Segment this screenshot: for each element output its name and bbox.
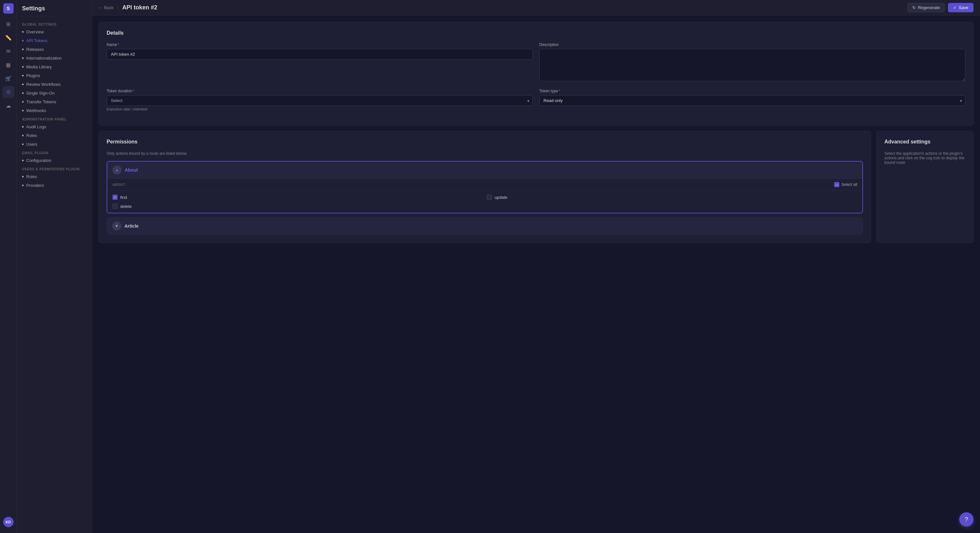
nav-content[interactable]: ✏️ bbox=[3, 32, 14, 43]
sidebar-dot bbox=[22, 31, 24, 33]
name-label: Name* bbox=[107, 43, 533, 47]
nav-email[interactable]: ✉ bbox=[3, 45, 14, 57]
sidebar-item-providers[interactable]: Providers bbox=[17, 181, 92, 190]
nav-cart[interactable]: 🛒 bbox=[3, 73, 14, 84]
form-row-token-fields: Token duration* Select 7 days 30 days 90… bbox=[107, 89, 966, 111]
advanced-title: Advanced settings bbox=[885, 139, 966, 145]
sidebar-item-audit-logs[interactable]: Audit Logs bbox=[17, 122, 92, 131]
description-label: Description bbox=[539, 43, 966, 47]
sidebar-item-users[interactable]: Users bbox=[17, 140, 92, 149]
back-label: Back bbox=[104, 5, 113, 10]
about-permissions-group: ▲ About About — Select all ✓ find bbox=[107, 161, 863, 213]
action-find: ✓ find bbox=[113, 195, 483, 200]
sidebar-section-admin: Administration Panel bbox=[17, 115, 92, 122]
icon-bar: S ⊞ ✏️ ✉ ▦ 🛒 ⚙ ☁ KD bbox=[0, 0, 17, 533]
sidebar-item-plugins[interactable]: Plugins bbox=[17, 71, 92, 80]
sidebar-item-media-library[interactable]: Media Library bbox=[17, 62, 92, 71]
sidebar-section-email: Email Plugin bbox=[17, 149, 92, 156]
permissions-subtitle: Only actions bound by a route are listed… bbox=[107, 151, 863, 156]
nav-dashboard[interactable]: ⊞ bbox=[3, 18, 14, 30]
permissions-layout: Permissions Only actions bound by a rout… bbox=[99, 131, 974, 243]
back-button[interactable]: ← Back bbox=[99, 5, 113, 10]
about-group-header[interactable]: ▲ About bbox=[107, 162, 862, 178]
sidebar-dot bbox=[22, 75, 24, 76]
token-type-wrapper: Read-only Full access Custom ▾ bbox=[539, 95, 966, 106]
permissions-card: Permissions Only actions bound by a rout… bbox=[99, 131, 871, 243]
token-type-select[interactable]: Read-only Full access Custom bbox=[539, 95, 966, 106]
regenerate-icon: ↻ bbox=[912, 5, 916, 10]
sidebar-item-overview[interactable]: Overview bbox=[17, 27, 92, 36]
sidebar-item-sso[interactable]: Single Sign-On bbox=[17, 89, 92, 97]
sidebar-dot bbox=[22, 101, 24, 103]
main-area: ← Back | API token #2 ↻ Regenerate ✓ Sav… bbox=[92, 0, 980, 533]
delete-checkbox[interactable] bbox=[113, 204, 118, 209]
page-header: ← Back | API token #2 ↻ Regenerate ✓ Sav… bbox=[92, 0, 980, 16]
sidebar-dot bbox=[22, 143, 24, 145]
advanced-description: Select the application's actions or the … bbox=[885, 151, 966, 165]
back-arrow-icon: ← bbox=[99, 5, 103, 10]
sidebar-item-releases[interactable]: Releases bbox=[17, 45, 92, 54]
about-subheader: About — Select all bbox=[107, 178, 862, 190]
regenerate-button[interactable]: ↻ Regenerate bbox=[907, 3, 945, 12]
sidebar-dot bbox=[22, 40, 24, 41]
about-expand-icon[interactable]: ▲ bbox=[113, 165, 121, 174]
article-group-header[interactable]: ▼ Article bbox=[107, 217, 863, 235]
nav-media[interactable]: ▦ bbox=[3, 59, 14, 71]
sidebar-dot bbox=[22, 126, 24, 128]
update-checkbox[interactable] bbox=[487, 195, 492, 200]
page-title: API token #2 bbox=[122, 4, 157, 11]
nav-cloud[interactable]: ☁ bbox=[3, 100, 14, 111]
sidebar-item-transfer-tokens[interactable]: Transfer Tokens bbox=[17, 97, 92, 106]
select-all-button[interactable]: — Select all bbox=[834, 182, 857, 187]
token-duration-select[interactable]: Select 7 days 30 days 90 days Unlimited bbox=[107, 95, 533, 106]
main-content: Details Name* Description Token duration… bbox=[92, 16, 980, 533]
update-label: update bbox=[495, 195, 508, 200]
article-expand-icon[interactable]: ▼ bbox=[112, 222, 121, 230]
sidebar-item-configuration[interactable]: Configuration bbox=[17, 156, 92, 165]
nav-settings[interactable]: ⚙ bbox=[3, 86, 14, 98]
sidebar-title: Settings bbox=[17, 5, 92, 16]
help-fab[interactable]: ? bbox=[959, 512, 974, 527]
action-delete: delete bbox=[113, 204, 483, 209]
sidebar-item-roles[interactable]: Roles bbox=[17, 131, 92, 140]
token-duration-label: Token duration* bbox=[107, 89, 533, 93]
app-logo[interactable]: S bbox=[3, 3, 14, 14]
about-section-label: About bbox=[113, 183, 126, 187]
sidebar-item-review-workflows[interactable]: Review Workflows bbox=[17, 80, 92, 89]
user-avatar[interactable]: KD bbox=[3, 517, 14, 527]
form-row-name-desc: Name* Description bbox=[107, 43, 966, 82]
permissions-title: Permissions bbox=[107, 139, 863, 145]
save-icon: ✓ bbox=[953, 5, 957, 10]
header-left: ← Back | API token #2 bbox=[99, 4, 157, 11]
sidebar-dot bbox=[22, 135, 24, 136]
sidebar-item-api-tokens[interactable]: API Tokens bbox=[17, 36, 92, 45]
select-all-checkbox[interactable]: — bbox=[834, 182, 839, 187]
about-actions: ✓ find update delete bbox=[107, 190, 862, 213]
sidebar-dot bbox=[22, 92, 24, 94]
find-checkbox[interactable]: ✓ bbox=[113, 195, 118, 200]
description-field-group: Description bbox=[539, 43, 966, 82]
sidebar-dot bbox=[22, 160, 24, 161]
action-update: update bbox=[487, 195, 857, 200]
sidebar-dot bbox=[22, 185, 24, 186]
token-type-label: Token type* bbox=[539, 89, 966, 93]
sidebar-item-internationalization[interactable]: Internationalization bbox=[17, 54, 92, 62]
article-group-name: Article bbox=[124, 224, 139, 228]
sidebar-item-webhooks[interactable]: Webhooks bbox=[17, 106, 92, 115]
sidebar-section-users-perms: Users & Permissions Plugin bbox=[17, 165, 92, 172]
sidebar-dot bbox=[22, 57, 24, 59]
sidebar-dot bbox=[22, 110, 24, 111]
sidebar-dot bbox=[22, 49, 24, 50]
sidebar-dot bbox=[22, 84, 24, 85]
header-actions: ↻ Regenerate ✓ Save bbox=[907, 3, 974, 12]
sidebar-divider bbox=[22, 16, 86, 16]
about-group-name: About bbox=[125, 167, 138, 173]
save-button[interactable]: ✓ Save bbox=[948, 3, 974, 12]
delete-label: delete bbox=[120, 204, 132, 209]
description-input[interactable] bbox=[539, 49, 966, 81]
advanced-card: Advanced settings Select the application… bbox=[876, 131, 974, 243]
name-field-group: Name* bbox=[107, 43, 533, 82]
name-input[interactable] bbox=[107, 49, 533, 60]
sidebar-item-users-roles[interactable]: Roles bbox=[17, 172, 92, 181]
find-label: find bbox=[120, 195, 127, 200]
